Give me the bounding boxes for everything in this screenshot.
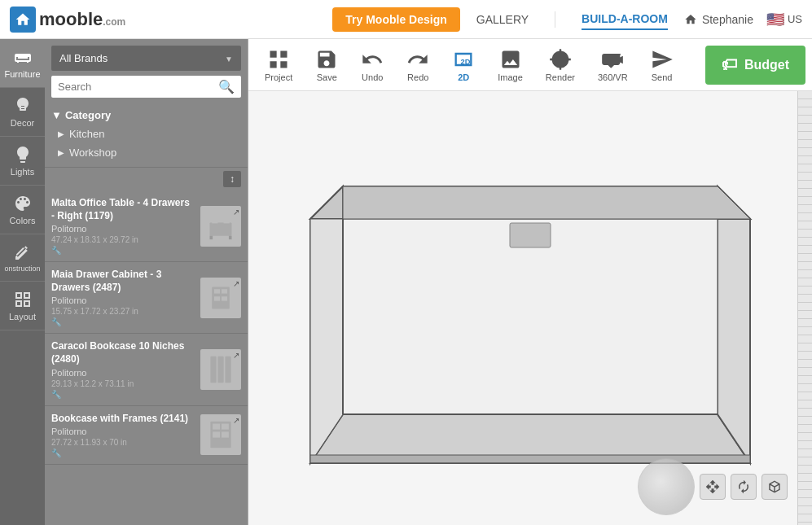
- sofa-icon: [13, 47, 33, 67]
- svg-rect-4: [229, 235, 232, 239]
- image-button[interactable]: Image: [488, 45, 533, 85]
- top-nav: mooble.com Try Mooble Design GALLERY BUI…: [0, 0, 812, 39]
- save-button[interactable]: Save: [305, 45, 348, 85]
- sidebar-item-colors[interactable]: Colors: [0, 186, 45, 234]
- svg-rect-10: [210, 357, 216, 383]
- rotate-icon: [736, 479, 751, 494]
- sidebar-icons: Furniture Decor Lights Colors: [0, 39, 45, 525]
- move-button[interactable]: [700, 474, 726, 500]
- try-mooble-button[interactable]: Try Mooble Design: [332, 7, 459, 32]
- toolbar: Project Save Undo Redo: [248, 39, 812, 91]
- sidebar-item-construction[interactable]: onstruction: [0, 234, 45, 282]
- product-name: Malta Office Table - 4 Drawers - Right (…: [51, 197, 194, 222]
- sidebar-label-layout: Layout: [9, 312, 36, 322]
- sidebar-item-layout[interactable]: Layout: [0, 282, 45, 330]
- nav-build-a-room[interactable]: BUILD-A-ROOM: [582, 9, 668, 30]
- product-info: Malta Office Table - 4 Drawers - Right (…: [51, 197, 194, 255]
- main-area: Furniture Decor Lights Colors: [0, 39, 812, 525]
- product-item[interactable]: Maia Drawer Cabinet - 3 Drawers (2487) P…: [45, 262, 248, 334]
- render-button[interactable]: Render: [536, 45, 585, 85]
- nav-us-label: US: [788, 13, 802, 25]
- search-input[interactable]: [58, 81, 218, 93]
- svg-rect-17: [222, 432, 229, 438]
- undo-button[interactable]: Undo: [351, 45, 393, 85]
- compass-sphere[interactable]: [638, 458, 695, 515]
- product-add-icon: 🔧: [51, 390, 194, 399]
- save-label: Save: [317, 72, 337, 82]
- svg-rect-15: [222, 424, 229, 430]
- budget-label: Budget: [744, 58, 789, 72]
- svg-rect-7: [222, 289, 227, 293]
- 2d-button[interactable]: 2D 2D: [442, 45, 485, 85]
- logo-text: mooble.com: [39, 9, 125, 30]
- category-item-workshop[interactable]: ▶ Workshop: [51, 143, 241, 162]
- room-3d-view: [278, 105, 783, 512]
- svg-rect-9: [222, 296, 227, 300]
- svg-marker-25: [343, 219, 718, 414]
- svg-rect-12: [225, 357, 230, 383]
- svg-rect-16: [213, 432, 220, 438]
- rotate-button[interactable]: [731, 474, 757, 500]
- 360vr-button[interactable]: 360/VR: [588, 45, 638, 85]
- workshop-arrow-icon: ▶: [58, 148, 64, 157]
- render-label: Render: [546, 72, 575, 82]
- logo-com: .com: [103, 16, 125, 28]
- product-name: Bookcase with Frames (2141): [51, 413, 194, 426]
- project-button[interactable]: Project: [255, 45, 302, 85]
- sidebar-label-decor: Decor: [11, 118, 34, 128]
- product-item[interactable]: Caracol Bookcase 10 Niches (2480) Polito…: [45, 334, 248, 405]
- panel-top: All Brands 🔍: [45, 39, 248, 104]
- budget-tag-icon: 🏷: [722, 55, 738, 74]
- svg-rect-14: [213, 424, 220, 430]
- brand-select-wrapper: All Brands: [51, 46, 241, 71]
- product-item[interactable]: Malta Office Table - 4 Drawers - Right (…: [45, 190, 248, 262]
- sidebar-item-furniture[interactable]: Furniture: [0, 39, 45, 88]
- sidebar-item-decor[interactable]: Decor: [0, 88, 45, 137]
- nav-username: Stephanie: [702, 13, 753, 26]
- nav-user[interactable]: Stephanie: [684, 13, 753, 26]
- kitchen-arrow-icon: ▶: [58, 129, 64, 138]
- sidebar-label-construction: onstruction: [4, 265, 40, 273]
- 3d-view-button[interactable]: [762, 474, 788, 500]
- category-kitchen-label: Kitchen: [69, 128, 104, 140]
- product-dims: 15.75 x 17.72 x 23.27 in: [51, 307, 194, 316]
- svg-rect-26: [510, 223, 551, 247]
- nav-gallery[interactable]: GALLERY: [476, 10, 529, 29]
- product-info: Maia Drawer Cabinet - 3 Drawers (2487) P…: [51, 269, 194, 326]
- product-add-icon: 🔧: [51, 246, 194, 255]
- nav-flag-us[interactable]: 🇺🇸 US: [766, 11, 802, 28]
- category-item-kitchen[interactable]: ▶ Kitchen: [51, 125, 241, 143]
- svg-rect-8: [214, 296, 220, 300]
- product-brand: Politorno: [51, 368, 194, 378]
- nav-links: GALLERY BUILD-A-ROOM: [476, 9, 668, 30]
- send-label: Send: [652, 72, 673, 82]
- bottom-controls: [638, 458, 788, 515]
- send-icon: [651, 48, 674, 71]
- product-dims: 29.13 x 12.2 x 73.11 in: [51, 379, 194, 388]
- undo-label: Undo: [362, 72, 383, 82]
- sidebar-item-lights[interactable]: Lights: [0, 137, 45, 186]
- sidebar-label-furniture: Furniture: [4, 69, 40, 79]
- budget-button[interactable]: 🏷 Budget: [705, 46, 805, 85]
- product-info: Bookcase with Frames (2141) Politorno 27…: [51, 413, 194, 458]
- product-dims: 47.24 x 18.31 x 29.72 in: [51, 235, 194, 244]
- sort-button[interactable]: ↕: [223, 171, 241, 187]
- search-box: 🔍: [51, 76, 241, 98]
- colors-icon: [13, 194, 33, 213]
- canvas-area[interactable]: [248, 91, 812, 525]
- svg-text:2D: 2D: [461, 57, 471, 65]
- decor-icon: [13, 96, 33, 116]
- product-thumb: ↗: [200, 349, 241, 390]
- send-button[interactable]: Send: [641, 45, 683, 85]
- category-label: Category: [65, 109, 111, 121]
- ruler-vertical: [797, 91, 812, 525]
- logo-house-icon: [10, 7, 36, 33]
- search-icon[interactable]: 🔍: [218, 79, 235, 94]
- redo-button[interactable]: Redo: [397, 45, 439, 85]
- project-label: Project: [265, 72, 292, 82]
- product-expand-icon: ↗: [233, 279, 239, 288]
- product-item[interactable]: Bookcase with Frames (2141) Politorno 27…: [45, 406, 248, 466]
- lights-icon: [13, 145, 33, 164]
- product-info: Caracol Bookcase 10 Niches (2480) Polito…: [51, 340, 194, 398]
- brand-select[interactable]: All Brands: [51, 46, 241, 71]
